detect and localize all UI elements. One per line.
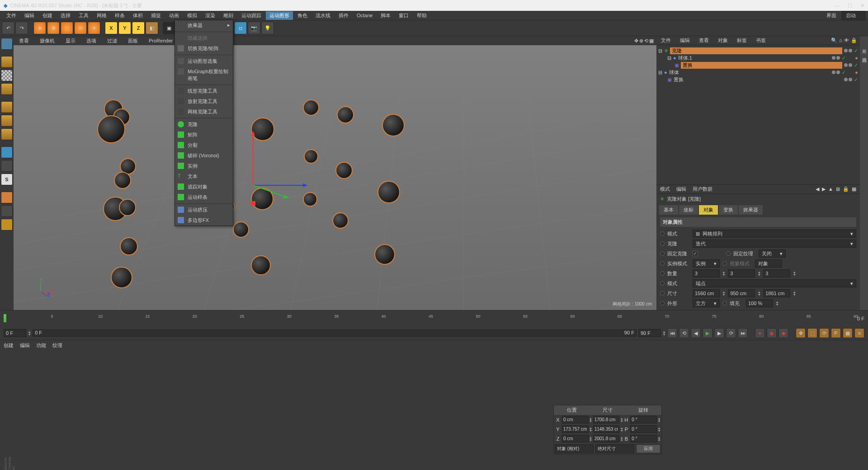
current-frame-input[interactable]: 0 F — [4, 329, 26, 337]
pos-key-button[interactable]: ✥ — [796, 328, 806, 338]
model-mode-button[interactable] — [1, 56, 13, 68]
menu-help[interactable]: 帮助 — [413, 11, 430, 20]
key-button[interactable]: ◆ — [778, 328, 788, 338]
dd-extrude[interactable]: 运动挤压 — [175, 205, 233, 215]
menu-snap[interactable]: 捕捉 — [147, 11, 165, 20]
menu-file[interactable]: 文件 — [3, 11, 20, 20]
shape-dropdown[interactable]: 立方▾ — [693, 299, 720, 307]
size-z-input[interactable]: 1861 cm — [763, 289, 790, 297]
vp-prorender[interactable]: ProRender — [146, 37, 175, 44]
deformer-button[interactable]: ◘ — [234, 22, 247, 34]
mode-dropdown[interactable]: ⊞网格排列▾ — [693, 230, 856, 238]
vp-view[interactable]: 查看 — [16, 37, 32, 45]
menu-script[interactable]: 脚本 — [377, 11, 394, 20]
coords-apply-button[interactable]: 应用 — [636, 444, 660, 453]
pos-x-input[interactable] — [562, 416, 589, 423]
vp-panel[interactable]: 面板 — [125, 37, 141, 45]
obj-bend2-label[interactable]: 置换 — [674, 76, 842, 83]
material-manager[interactable] — [0, 351, 868, 387]
attr-menu-icon[interactable]: ▦ — [852, 186, 856, 192]
om-bookmarks[interactable]: 书签 — [754, 36, 768, 45]
prev-frame-button[interactable]: ◀ — [691, 328, 701, 338]
fill-input[interactable]: 100 % — [746, 299, 773, 307]
vp-display[interactable]: 显示 — [63, 37, 78, 45]
tree-cloner[interactable]: ⊟✳ 克隆 ✓ — [658, 47, 858, 54]
minimize-button[interactable]: — — [835, 3, 840, 9]
vp-nav-icon[interactable]: ✥ — [634, 38, 638, 44]
timeline-ruler[interactable]: 051015202530354045505560657075808590 — [4, 314, 854, 323]
vp-filter[interactable]: 过滤 — [104, 37, 120, 45]
param-key-button[interactable]: P — [831, 328, 841, 338]
dd-text[interactable]: T文本 — [175, 171, 233, 182]
clone-dropdown[interactable]: 迭代▾ — [693, 240, 856, 248]
om-view[interactable]: 查看 — [697, 36, 711, 45]
clone-sphere[interactable] — [303, 99, 319, 116]
dd-effectors[interactable]: 效果器▸ — [175, 20, 233, 31]
coords-size-mode[interactable]: 绝对尺寸 — [595, 444, 634, 453]
tree-bend[interactable]: ▣ 置换 ✓ — [658, 61, 858, 69]
dd-mgweight[interactable]: MoGraph权重绘制画笔 — [175, 66, 233, 84]
rot-b-input[interactable] — [630, 435, 657, 442]
pos-z-input[interactable] — [562, 435, 589, 442]
tweak-button[interactable] — [1, 192, 13, 203]
om-tags[interactable]: 标签 — [735, 36, 749, 45]
pos-y-input[interactable] — [562, 425, 589, 433]
rot-h-input[interactable] — [630, 416, 657, 423]
move-tool[interactable]: ✥ — [47, 22, 60, 34]
next-key-button[interactable]: ⟳ — [726, 328, 736, 338]
mat-func[interactable]: 功能 — [36, 342, 46, 349]
om-eye-icon[interactable]: 👁 — [844, 38, 849, 43]
menu-mograph[interactable]: 运动图形 — [266, 11, 293, 20]
tab-coord[interactable]: 坐标 — [679, 205, 698, 215]
menu-tools[interactable]: 工具 — [75, 11, 92, 20]
menu-animate[interactable]: 动画 — [165, 11, 183, 20]
fixclone-checkbox[interactable] — [693, 251, 698, 256]
tree-bend2[interactable]: ▣ 置换 ✓ — [658, 76, 858, 83]
rotate-tool[interactable]: ⟳ — [74, 22, 87, 34]
dd-matrix[interactable]: 矩阵 — [175, 130, 233, 140]
dd-spline[interactable]: 运动样条 — [175, 192, 233, 202]
attr-userdata[interactable]: 用户数据 — [693, 186, 712, 193]
dd-tracer[interactable]: 追踪对象 — [175, 182, 233, 192]
viewport-canvas[interactable]: Y X Z 网格间距 : 1000 cm — [14, 45, 656, 310]
size-y-input[interactable] — [593, 425, 620, 433]
attr-fwd-icon[interactable]: ▶ — [822, 186, 826, 192]
autokey-button[interactable]: ◉ — [767, 328, 777, 338]
object-tree[interactable]: ⊟✳ 克隆 ✓ ⊟● 球体.1 ✓● ▣ 置换 ✓ ⊟● 球体 ✓● — [656, 45, 860, 184]
axis-button[interactable] — [1, 146, 13, 158]
tab-transform[interactable]: 变换 — [719, 205, 738, 215]
clone-sphere[interactable] — [120, 237, 138, 255]
menu-sculpt[interactable]: 雕刻 — [220, 11, 237, 20]
vp-options[interactable]: 选项 — [84, 37, 99, 45]
size-x-input[interactable] — [593, 416, 620, 423]
record-button[interactable]: ● — [755, 328, 765, 338]
size-x-input[interactable]: 1560 cm — [693, 289, 720, 297]
dd-grid[interactable]: 网格克隆工具 — [175, 107, 233, 117]
obj-sphere1-label[interactable]: 球体.1 — [678, 55, 830, 61]
goto-start-button[interactable]: ⏮ — [667, 328, 677, 338]
mat-tex[interactable]: 纹理 — [52, 342, 62, 349]
mode2-dropdown[interactable]: 端点▾ — [693, 279, 856, 287]
attr-edit[interactable]: 编辑 — [676, 186, 686, 193]
clone-sphere[interactable] — [111, 267, 132, 288]
texture-mode-button[interactable] — [1, 70, 13, 81]
play-button[interactable]: ▶ — [703, 328, 712, 338]
clone-sphere[interactable] — [97, 115, 125, 143]
inst-dropdown[interactable]: 实例▾ — [693, 259, 720, 268]
tab-effectors[interactable]: 效果器 — [739, 205, 763, 215]
om-lock-icon[interactable]: 🔒 — [851, 38, 857, 43]
dd-radial[interactable]: 放射克隆工具 — [175, 96, 233, 107]
dd-voronoi[interactable]: 破碎 (Voronoi) — [175, 150, 233, 161]
edge-mode-button[interactable] — [1, 115, 13, 127]
vp-zoom-icon[interactable]: ⊕ — [639, 38, 643, 44]
move-gizmo[interactable] — [235, 127, 307, 226]
light-button[interactable]: 💡 — [261, 22, 274, 34]
obj-bend-label[interactable]: 置换 — [681, 62, 842, 69]
count-y-input[interactable]: 3 — [728, 269, 755, 277]
dd-cloner[interactable]: 克隆 — [175, 119, 233, 130]
dd-polyfx[interactable]: 多边形FX — [175, 215, 233, 226]
menu-character[interactable]: 角色 — [294, 11, 311, 20]
next-frame-button[interactable]: ▶ — [714, 328, 724, 338]
clone-sphere[interactable] — [337, 106, 354, 123]
tree-sphere1[interactable]: ⊟● 球体.1 ✓● — [658, 54, 858, 61]
